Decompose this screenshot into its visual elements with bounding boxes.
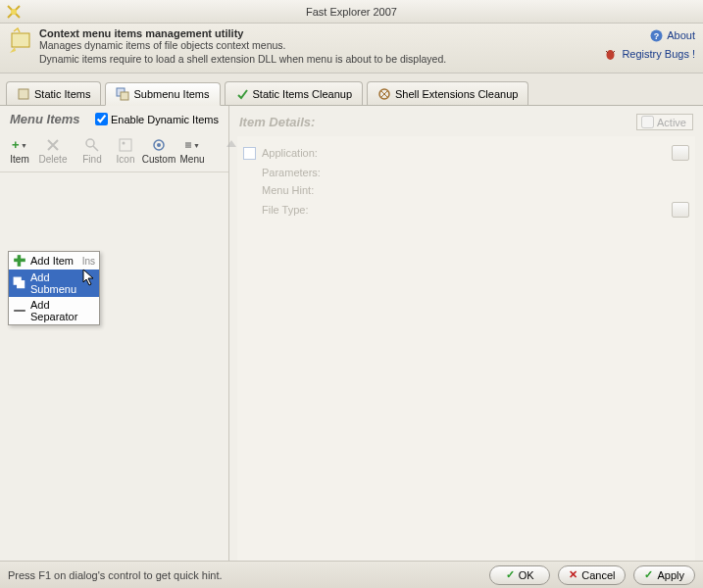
field-application: Application: [241,142,691,164]
tab-submenu-label: Submenu Items [133,88,209,100]
workspace: Menu Items Enable Dynamic Items ▼ Item D… [0,105,703,568]
check-icon: ✓ [506,568,515,581]
svg-point-0 [11,9,17,15]
header-title: Context menu items management utility [39,27,604,39]
tab-submenu-items[interactable]: Submenu Items [105,82,220,106]
file-type-label: File Type: [262,204,309,216]
svg-point-16 [123,142,126,145]
svg-rect-12 [13,144,20,146]
header-band: Context menu items management utility Ma… [0,24,703,74]
cancel-button[interactable]: ✕ Cancel [558,565,626,585]
details-header: Item Details: Active [237,112,695,136]
svg-rect-7 [19,89,28,99]
left-toolbar: ▼ Item Delete Find Icon Custom [0,132,228,172]
svg-rect-15 [120,139,131,151]
active-label: Active [657,117,686,128]
app-icon [6,4,22,20]
dropdown-add-item[interactable]: Add Item Ins [9,252,99,270]
tab-static-items[interactable]: Static Items [6,81,101,105]
dropdown-arrow-icon: ▼ [21,142,27,149]
dropdown-add-item-label: Add Item [30,255,74,267]
tab-shellext-label: Shell Extensions Cleanup [395,88,518,100]
status-bar: Press F1 on dialog's control to get quic… [0,561,703,588]
up-icon [224,137,239,153]
custom-icon [151,137,167,153]
add-item-icon [13,254,26,268]
active-input [641,116,654,128]
right-pane: Item Details: Active Application: Parame… [229,106,703,568]
toolbar-delete-label: Delete [39,154,68,165]
tab-static-cleanup[interactable]: Static Items Cleanup [225,81,364,105]
title-bar: Fast Explorer 2007 [0,0,703,24]
bugs-link-label: Registry Bugs ! [622,48,695,60]
field-menu-hint: Menu Hint: [241,181,691,199]
file-type-browse-button [672,202,689,218]
about-link[interactable]: ? About [604,29,695,44]
toolbar-custom-label: Custom [142,154,176,165]
apply-button[interactable]: ✓ Apply [633,565,695,585]
window-title: Fast Explorer 2007 [306,6,397,18]
menu-icon: ▼ [184,137,200,153]
toolbar-menu-label: Menu [180,154,205,165]
svg-line-6 [613,51,615,53]
header-links: ? About Registry Bugs ! [604,27,695,67]
toolbar-find-button: Find [76,134,108,168]
add-item-icon: ▼ [12,137,27,153]
svg-rect-1 [12,33,29,47]
parameters-label: Parameters: [262,167,321,178]
svg-text:?: ? [654,31,660,41]
svg-rect-20 [185,144,191,145]
check-icon: ✓ [644,568,653,581]
enable-dynamic-input[interactable] [95,113,108,125]
svg-rect-25 [18,281,25,288]
add-submenu-icon [13,276,26,290]
svg-rect-19 [185,142,191,143]
dropdown-arrow-icon: ▼ [193,142,200,149]
delete-icon [45,137,61,153]
toolbar-item-button[interactable]: ▼ Item [4,134,35,168]
toolbar-menu-button[interactable]: ▼ Menu [176,134,208,168]
svg-point-4 [607,50,615,60]
details-body: Application: Parameters: Menu Hint: File… [237,136,695,563]
svg-rect-21 [185,147,191,148]
add-separator-icon [13,304,26,318]
field-parameters: Parameters: [241,164,691,181]
utility-icon [8,27,35,55]
menu-hint-label: Menu Hint: [262,184,314,196]
enable-dynamic-checkbox[interactable]: Enable Dynamic Items [95,113,219,125]
toolbar-delete-button: Delete [37,134,69,168]
registry-bugs-link[interactable]: Registry Bugs ! [604,48,695,63]
tab-bar: Static Items Submenu Items Static Items … [0,74,703,105]
about-link-label: About [667,29,695,41]
dropdown-add-submenu[interactable]: Add Submenu [9,270,99,297]
question-icon: ? [650,29,663,44]
static-icon [17,87,30,101]
application-browse-button [672,145,689,161]
dropdown-add-item-shortcut: Ins [82,256,95,267]
shellext-icon [377,87,391,101]
toolbar-custom-button[interactable]: Custom [143,134,175,168]
cleanup-icon [235,87,249,101]
tab-shellext-cleanup[interactable]: Shell Extensions Cleanup [367,81,528,105]
active-checkbox: Active [636,114,693,130]
header-desc1: Manages dynamic items of file objects co… [39,39,604,53]
item-dropdown-menu: Add Item Ins Add Submenu Add Separator [8,251,100,325]
header-text: Context menu items management utility Ma… [39,27,604,67]
menu-items-title: Menu Items [10,112,80,126]
dropdown-add-separator-label: Add Separator [30,299,95,322]
dropdown-add-submenu-label: Add Submenu [30,271,95,295]
svg-line-5 [606,51,608,53]
dropdown-add-separator[interactable]: Add Separator [9,297,99,324]
ok-label: OK [519,569,534,581]
ok-button[interactable]: ✓ OK [489,565,550,585]
toolbar-icon-button: Icon [110,134,141,168]
toolbar-item-label: Item [10,154,28,165]
apply-label: Apply [657,569,684,581]
submenu-icon [116,87,129,101]
svg-point-18 [157,143,161,147]
svg-line-14 [93,146,98,151]
bug-icon [604,48,617,63]
header-desc2: Dynamic items require to load a shell ex… [39,53,604,67]
x-icon: ✕ [569,568,577,581]
field-file-type: File Type: [241,199,691,220]
